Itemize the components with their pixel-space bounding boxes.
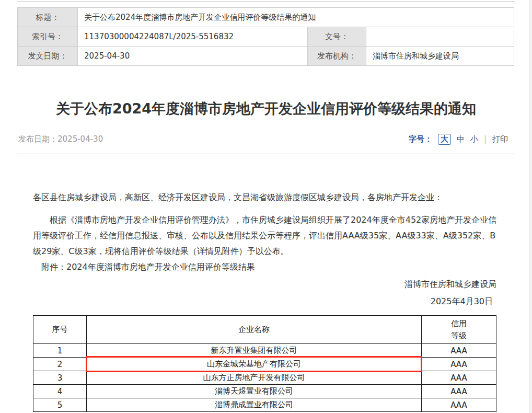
meta-value-index: 11370300004224087L/2025-5516832 [78,27,308,47]
meta-value-agency: 淄博市住房和城乡建设局 [366,47,514,66]
credit-grade-cell: AAA [422,371,496,385]
company-name-cell: 淄博天煜置业有限公司 [87,385,422,398]
meta-value-docnum [366,27,514,47]
publish-info-bar: 发布日期：2025-04-30 字号： 大 中 小 | 打印 [17,131,515,147]
publish-date: 发布日期：2025-04-30 [17,134,103,144]
meta-row-title: 标题： 关于公布2024年度淄博市房地产开发企业信用评价等级结果的通知 [18,8,514,27]
paragraph-salutation: 各区县住房城乡建设局，高新区、经济开发区建设局，文昌湖省级旅游度假区城乡建设局，… [33,190,499,205]
signature-date: 2025年4月30日 [33,294,499,309]
serial-cell: 3 [33,371,87,385]
serial-cell: 1 [33,344,87,358]
document-meta-table: 标题： 关于公布2024年度淄博市房地产开发企业信用评价等级结果的通知 索引号：… [17,7,514,66]
credit-grade-cell: AAA [422,358,496,371]
company-name-cell: 新东升置业集团有限公司 [87,344,422,358]
meta-value-title: 关于公布2024年度淄博市房地产开发企业信用评价等级结果的通知 [78,8,514,27]
attachment-line: 附件：2024年度淄博市房地产开发企业信用评价等级结果 [33,259,499,275]
meta-row-index: 索引号： 11370300004224087L/2025-5516832 文号： [18,27,514,47]
credit-grade-cell: AAA [422,385,496,398]
table-row: 1 新东升置业集团有限公司 AAA [33,344,496,358]
serial-cell: 4 [33,385,87,398]
credit-grade-cell: AAA [422,344,496,358]
table-row: 5 淄博鼎成置业有限公司 AAA [33,398,496,412]
credit-rating-results-table: 序号 企业名称 信用 等级 1 新东升置业集团有限公司 AAA 2 山东金城荣基… [33,315,496,412]
meta-label-title: 标题： [18,8,78,27]
controls-separator: | [484,134,487,144]
page-title: 关于公布2024年度淄博市房地产开发企业信用评价等级结果的通知 [17,98,515,119]
font-size-large-button[interactable]: 大 [438,134,451,145]
publish-date-value: 2025-04-30 [57,134,103,144]
company-name-cell: 淄博鼎成置业有限公司 [87,398,422,412]
header-serial: 序号 [33,316,87,344]
header-credit-grade-line1: 信用 [422,318,496,330]
table-row: 2 山东金城荣基地产有限公司 AAA [33,358,496,371]
header-company-name: 企业名称 [87,316,422,344]
table-row: 3 山东方正房地产开发有限公司 AAA [33,371,496,385]
paragraph-main: 根据《淄博市房地产开发企业信用评价管理办法》，市住房城乡建设局组织开展了2024… [33,212,499,259]
table-header-row: 序号 企业名称 信用 等级 [33,316,496,344]
highlighted-company-cell: 山东金城荣基地产有限公司 [87,358,422,371]
meta-value-issue-date: 2025-04-30 [78,47,308,66]
table-row: 4 淄博天煜置业有限公司 AAA [33,385,496,398]
font-size-small-button[interactable]: 小 [470,134,478,144]
header-credit-grade-line2: 等级 [422,330,496,342]
serial-cell: 2 [33,358,87,371]
header-credit-grade: 信用 等级 [422,316,496,344]
font-size-label: 字号： [409,134,432,144]
section-divider [17,154,515,154]
credit-grade-cell: AAA [422,398,496,412]
article-body: 各区县住房城乡建设局，高新区、经济开发区建设局，文昌湖省级旅游度假区城乡建设局，… [33,190,499,309]
signature-agency: 淄博市住房和城乡建设局 [33,277,499,292]
meta-label-issue-date: 发文日期： [18,47,78,66]
serial-cell: 5 [33,398,87,412]
company-name-cell: 山东方正房地产开发有限公司 [87,371,422,385]
document-page: 标题： 关于公布2024年度淄博市房地产开发企业信用评价等级结果的通知 索引号：… [0,0,532,413]
publish-date-label: 发布日期： [18,134,57,144]
meta-row-date: 发文日期： 2025-04-30 发布机构： 淄博市住房和城乡建设局 [18,47,514,66]
font-size-controls: 字号： 大 中 小 | 打印 [409,134,515,145]
meta-label-agency: 发布机构： [308,47,366,66]
meta-label-index: 索引号： [18,27,78,47]
meta-label-docnum: 文号： [308,27,366,47]
top-divider [17,2,515,2]
font-size-medium-button[interactable]: 中 [457,134,465,144]
page-scrollbar[interactable] [529,0,532,413]
print-button[interactable]: 打印 [492,134,508,144]
